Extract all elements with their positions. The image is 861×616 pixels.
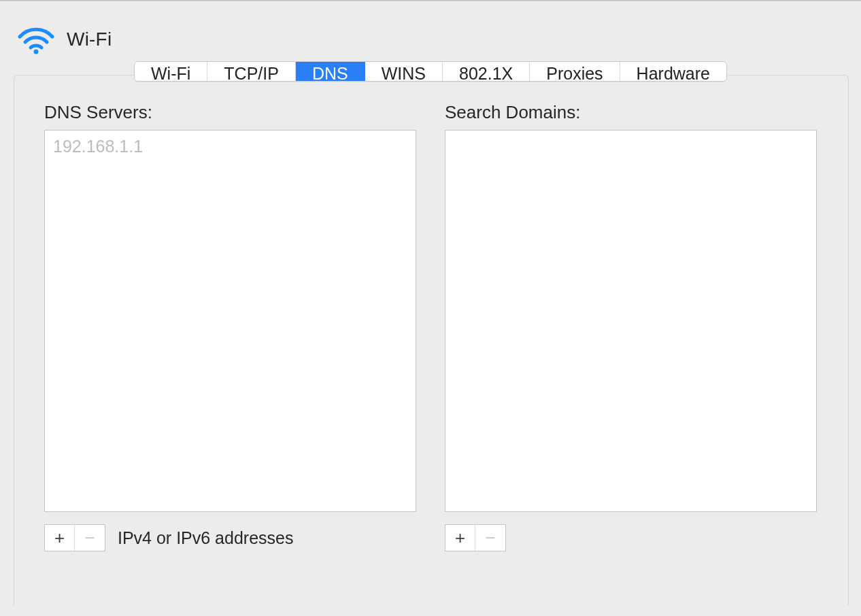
panel-frame — [14, 75, 849, 605]
tab-tcpip[interactable]: TCP/IP — [207, 62, 296, 81]
wifi-icon — [12, 19, 60, 60]
tab-wins[interactable]: WINS — [365, 62, 443, 81]
panel-region: Wi-Fi TCP/IP DNS WINS 802.1X Proxies Har… — [0, 61, 861, 605]
page-title: Wi-Fi — [67, 29, 112, 50]
header: Wi-Fi — [0, 1, 861, 61]
tab-wifi[interactable]: Wi-Fi — [135, 62, 207, 81]
tab-hardware[interactable]: Hardware — [620, 62, 726, 81]
tab-dns[interactable]: DNS — [296, 62, 365, 81]
tab-bar: Wi-Fi TCP/IP DNS WINS 802.1X Proxies Har… — [134, 61, 727, 82]
tab-8021x[interactable]: 802.1X — [443, 62, 530, 81]
svg-point-0 — [34, 50, 39, 54]
tab-proxies[interactable]: Proxies — [530, 62, 620, 81]
